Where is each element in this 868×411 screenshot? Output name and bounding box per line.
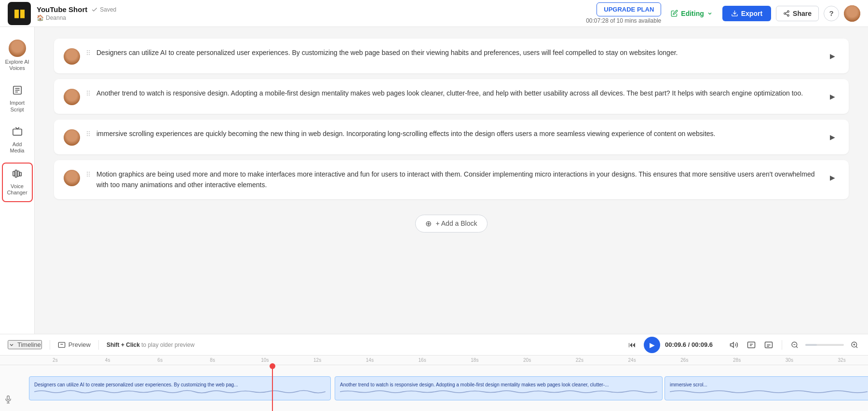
project-title: YouTube Short [37,5,87,14]
share-button[interactable]: Share [776,6,819,21]
sidebar-item-add-media-label: Add Media [5,141,30,154]
drag-handle-2[interactable]: ⠿ [86,90,91,97]
saved-label: Saved [100,6,116,13]
mic-button[interactable] [4,395,13,406]
playhead[interactable] [272,365,273,411]
timeline-toggle-button[interactable]: Timeline [8,340,42,349]
sidebar-avatar-icon [9,40,26,57]
sidebar-item-add-media[interactable]: Add Media [2,122,33,159]
project-title-row: YouTube Short Saved [37,5,116,14]
upgrade-plan-button[interactable]: UPGRADE PLAN [597,2,661,16]
block-avatar-4 [64,170,80,186]
svg-point-1 [787,11,789,13]
skip-back-button[interactable]: ⏮ [625,338,639,352]
zoom-out-button[interactable] [789,339,800,351]
avatar-image [844,5,860,22]
topbar: ▮▮ YouTube Short Saved 🏠 Deanna UPGRADE … [0,0,868,27]
app-logo: ▮▮ [8,2,31,25]
voice-changer-icon [12,168,23,181]
preview-label: Preview [58,341,91,349]
topbar-right: UPGRADE PLAN 00:07:28 of 10 mins availab… [586,2,860,24]
export-label: Export [741,10,762,17]
add-block-button[interactable]: ⊕ + Add a Block [415,215,487,233]
block-text-4: Motion graphics are being used more and … [96,169,820,191]
add-media-icon [12,126,23,139]
block-text-1: Designers can utilize AI to create perso… [96,47,820,58]
svg-rect-15 [58,342,65,347]
project-info: YouTube Short Saved 🏠 Deanna [37,5,116,21]
script-block-1: ⠿ Designers can utilize AI to create per… [54,39,849,73]
subtitles-button[interactable] [762,339,775,351]
editing-button[interactable]: Editing [666,7,717,20]
zoom-slider[interactable] [805,344,844,346]
add-block-label: + Add a Block [435,219,477,227]
svg-rect-11 [13,172,14,176]
sidebar-item-voice-changer-label: Voice Changer [6,183,29,196]
track-segment-3[interactable]: immersive scrol... [665,376,868,400]
drag-handle-4[interactable]: ⠿ [86,171,91,178]
breadcrumb: 🏠 Deanna [37,14,116,21]
block-avatar-1 [64,48,80,65]
drag-handle-3[interactable]: ⠿ [86,130,91,138]
saved-badge: Saved [91,6,116,13]
play-block-1-button[interactable]: ▶ [826,49,839,63]
svg-rect-14 [19,172,21,176]
main-layout: Explore AI Voices Import Script Add Medi… [0,27,868,334]
sidebar-item-explore-label: Explore AI Voices [5,59,30,71]
timeline-label: Timeline [17,341,41,348]
sidebar-item-import-label: Import Script [5,100,30,112]
svg-line-25 [856,346,857,348]
timeline-panel: Timeline Preview Shift + Click to play o… [0,334,868,411]
drag-handle-1[interactable]: ⠿ [86,49,91,57]
editing-label: Editing [681,10,704,17]
add-icon: ⊕ [425,219,432,228]
svg-line-22 [796,346,798,348]
sidebar: Explore AI Voices Import Script Add Medi… [0,27,35,334]
script-block-2: ⠿ Another trend to watch is responsive d… [54,79,849,114]
play-timeline-button[interactable]: ▶ [644,337,660,353]
block-text-3: immersive scrolling experiences are quic… [96,128,820,139]
shift-text: Shift + Click [107,342,140,348]
timeline-separator [50,340,50,350]
sidebar-item-voice-changer[interactable]: Voice Changer [2,163,33,202]
shift-hint: Shift + Click to play older preview [107,342,194,348]
play-block-2-button[interactable]: ▶ [826,90,839,103]
timeline-controls: ⏮ ▶ 00:09.6 / 00:09.6 [625,337,860,353]
timeline-toolbar: Timeline Preview Shift + Click to play o… [0,334,868,356]
volume-button[interactable] [728,339,740,351]
track-segment-1[interactable]: Designers can utilize AI to create perso… [29,376,331,400]
timeline-ruler: 2s 4s 6s 8s 10s 12s 14s 16s 18s 20s 22s … [0,356,868,365]
import-script-icon [12,85,23,98]
sidebar-item-import-script[interactable]: Import Script [2,80,33,117]
timeline-track-area: 2s 4s 6s 8s 10s 12s 14s 16s 18s 20s 22s … [0,356,868,411]
home-icon: 🏠 [37,14,44,21]
track-segment-2[interactable]: Another trend to watch is responsive des… [335,376,663,400]
svg-point-2 [784,13,786,14]
current-time: 00:09.6 [665,341,686,348]
svg-rect-12 [15,170,17,178]
shift-suffix: to play older preview [140,342,194,348]
play-block-4-button[interactable]: ▶ [826,171,839,184]
share-label: Share [793,10,812,17]
avatar[interactable] [844,5,860,22]
svg-rect-13 [17,171,19,177]
export-button[interactable]: Export [722,6,771,21]
svg-rect-28 [7,396,10,400]
content-area: ⠿ Designers can utilize AI to create per… [35,27,868,334]
preview-text: Preview [68,341,91,348]
script-block-4: ⠿ Motion graphics are being used more an… [54,160,849,199]
svg-line-4 [786,14,787,14]
sidebar-item-explore-ai-voices[interactable]: Explore AI Voices [2,35,33,76]
script-block-3: ⠿ immersive scrolling experiences are qu… [54,120,849,154]
svg-rect-17 [748,342,755,348]
zoom-in-button[interactable] [849,339,860,351]
total-time: 00:09.6 [692,341,713,348]
svg-line-5 [786,12,787,13]
help-button[interactable]: ? [824,6,839,21]
block-avatar-3 [64,129,80,146]
play-block-3-button[interactable]: ▶ [826,130,839,144]
time-separator: / [688,341,692,348]
timeline-sep-2 [98,340,99,350]
timeline-tracks: Designers can utilize AI to create perso… [0,365,868,411]
caption-button[interactable] [745,339,758,351]
